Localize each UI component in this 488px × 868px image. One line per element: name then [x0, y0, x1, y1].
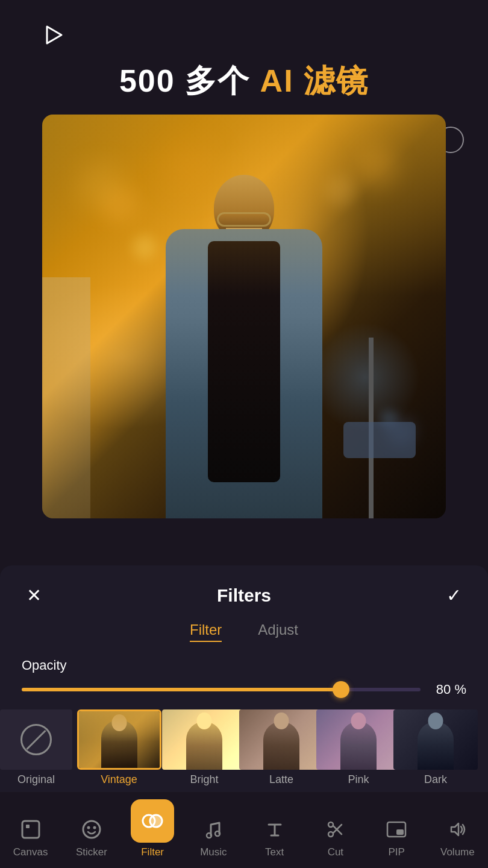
svg-rect-15	[396, 829, 404, 835]
person-jacket	[166, 229, 322, 518]
filter-tabs: Filter Adjust	[0, 611, 488, 648]
filter-thumb-vintage	[77, 709, 161, 770]
bottom-panel: ✕ Filters ✓ Filter Adjust Opacity 80 %	[0, 565, 488, 868]
tab-adjust[interactable]: Adjust	[258, 621, 298, 642]
filter-item-pink[interactable]: Pink	[320, 709, 397, 786]
nav-label-pip: PIP	[388, 846, 404, 858]
filter-item-dark[interactable]: Dark	[397, 709, 474, 786]
top-area: 500 多个 AI 滤镜	[0, 0, 488, 115]
filter-thumb-dark	[393, 709, 478, 770]
svg-point-10	[328, 832, 333, 837]
filter-name-pink: Pink	[348, 773, 369, 786]
close-button[interactable]: ✕	[22, 580, 46, 611]
svg-rect-1	[22, 821, 39, 838]
filter-item-vintage[interactable]: Vintage	[72, 709, 166, 786]
filter-name-latte: Latte	[269, 773, 293, 786]
canvas-icon	[17, 816, 44, 843]
svg-point-9	[215, 831, 220, 836]
svg-line-13	[333, 826, 342, 834]
filter-item-original[interactable]: Original	[0, 709, 72, 786]
svg-point-5	[93, 826, 96, 829]
svg-line-12	[333, 825, 342, 833]
page-title: 500 多个 AI 滤镜	[0, 60, 488, 102]
svg-point-11	[328, 822, 333, 827]
filter-item-latte[interactable]: Latte	[243, 709, 320, 786]
filter-thumb-latte	[239, 709, 324, 770]
nav-item-music[interactable]: Music	[186, 816, 240, 858]
music-icon	[200, 816, 227, 843]
filter-thumb-bright	[162, 709, 246, 770]
filter-dialog: ✕ Filters ✓ Filter Adjust Opacity 80 %	[0, 565, 488, 792]
nav-item-filter[interactable]: Filter	[125, 799, 180, 858]
filter-name-original: Original	[17, 773, 55, 786]
car-element	[343, 422, 416, 458]
filter-strip: Original Vintage	[0, 703, 488, 792]
filter-thumb-pink	[316, 709, 401, 770]
nav-item-volume[interactable]: Volume	[430, 816, 484, 858]
cut-icon	[322, 816, 349, 843]
nav-label-canvas: Canvas	[13, 846, 48, 858]
nav-item-text[interactable]: Text	[248, 816, 302, 858]
nav-label-cut: Cut	[328, 846, 343, 858]
svg-point-3	[83, 821, 100, 838]
svg-point-7	[150, 815, 162, 827]
filter-icon	[131, 799, 174, 843]
photo-background	[42, 115, 446, 518]
no-filter-icon	[20, 724, 52, 755]
filter-name-dark: Dark	[424, 773, 447, 786]
nav-item-cut[interactable]: Cut	[308, 816, 363, 858]
slider-row: 80 %	[22, 682, 466, 697]
nav-label-music: Music	[200, 846, 227, 858]
pip-icon	[383, 816, 410, 843]
opacity-slider[interactable]	[22, 688, 421, 691]
bottom-nav: Canvas Sticker Filter	[0, 792, 488, 868]
opacity-value: 80 %	[430, 682, 466, 697]
nav-item-sticker[interactable]: Sticker	[64, 816, 119, 858]
filter-name-vintage: Vintage	[101, 773, 137, 786]
person-figure	[130, 157, 358, 518]
slider-fill	[22, 688, 341, 691]
svg-rect-2	[26, 825, 30, 828]
sticker-icon	[78, 816, 105, 843]
volume-icon	[444, 816, 471, 843]
tab-filter[interactable]: Filter	[190, 621, 222, 642]
svg-point-4	[87, 826, 90, 829]
nav-item-pip[interactable]: PIP	[369, 816, 424, 858]
nav-item-canvas[interactable]: Canvas	[4, 816, 58, 858]
text-icon	[261, 816, 288, 843]
glasses	[217, 212, 271, 227]
nav-label-filter: Filter	[141, 846, 164, 858]
photo-area	[42, 115, 446, 518]
filter-name-bright: Bright	[190, 773, 218, 786]
filter-thumb-original	[0, 709, 72, 770]
nav-label-volume: Volume	[440, 846, 475, 858]
slider-thumb[interactable]	[333, 681, 349, 698]
opacity-section: Opacity 80 %	[0, 648, 488, 703]
confirm-button[interactable]: ✓	[442, 580, 466, 611]
nav-label-text: Text	[265, 846, 284, 858]
nav-label-sticker: Sticker	[76, 846, 107, 858]
opacity-label: Opacity	[22, 658, 466, 673]
title-highlight: AI 滤镜	[260, 63, 369, 98]
svg-point-8	[207, 833, 211, 838]
jacket-inner	[208, 241, 280, 482]
dialog-title: Filters	[217, 585, 271, 606]
dialog-header: ✕ Filters ✓	[0, 565, 488, 611]
filter-item-bright[interactable]: Bright	[166, 709, 243, 786]
